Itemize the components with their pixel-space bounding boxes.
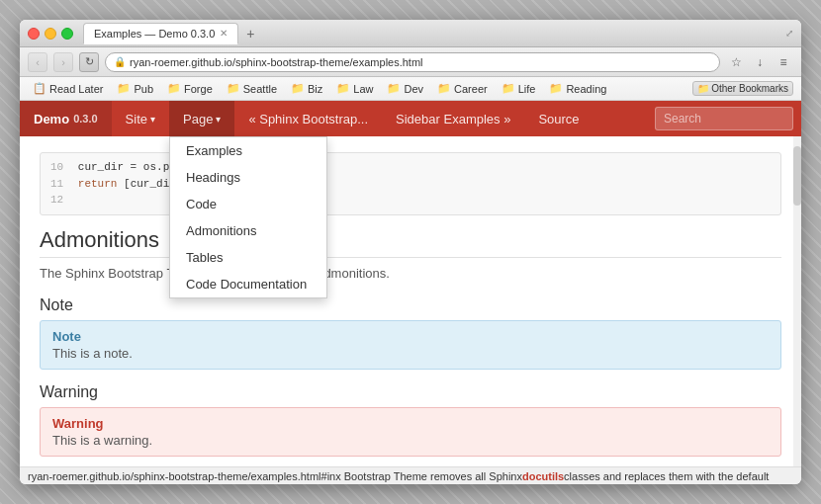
brand-name: Demo <box>34 112 69 126</box>
folder-icon: 📁 <box>336 82 350 95</box>
bookmark-label: Career <box>454 83 488 95</box>
folder-icon: 📁 <box>117 82 131 95</box>
bookmark-biz[interactable]: 📁 Biz <box>286 80 327 97</box>
bookmark-forge[interactable]: 📁 Forge <box>162 80 218 97</box>
status-text-after: classes and replaces them with the defau… <box>564 470 769 482</box>
bookmark-reading[interactable]: 📁 Reading <box>544 80 611 97</box>
note-admon-title: Note <box>52 329 769 344</box>
tab-title: Examples — Demo 0.3.0 <box>94 28 215 40</box>
dropdown-item-headings[interactable]: Headings <box>170 164 326 191</box>
page-content: Demo 0.3.0 Site ▾ Page ▾ <box>20 101 801 466</box>
active-tab[interactable]: Examples — Demo 0.3.0 ✕ <box>83 23 238 44</box>
folder-icon: 📁 <box>167 82 181 95</box>
dropdown-item-label: Code <box>186 197 217 211</box>
status-bar: ryan-roemer.github.io/sphinx-bootstrap-t… <box>20 466 801 484</box>
resize-icon: ⤢ <box>785 28 793 39</box>
bookmark-label: Dev <box>404 83 423 95</box>
reload-button[interactable]: ↻ <box>79 52 99 72</box>
folder-icon: 📁 <box>437 82 451 95</box>
other-bookmarks[interactable]: 📁 Other Bookmarks <box>692 81 793 96</box>
nav-icons: ☆ ↓ ≡ <box>726 52 793 72</box>
nav-bar: ‹ › ↻ 🔒 ryan-roemer.github.io/sphinx-boo… <box>20 47 801 77</box>
minimize-button[interactable] <box>45 28 56 40</box>
search-input[interactable] <box>655 107 793 130</box>
nav-item-site-label: Site <box>126 112 147 126</box>
nav-item-page-label: Page <box>183 112 213 126</box>
note-admonition: Note This is a note. <box>40 320 781 370</box>
site-brand: Demo 0.3.0 <box>20 101 112 136</box>
warning-admon-title: Warning <box>52 416 769 431</box>
note-admon-body: This is a note. <box>52 346 769 361</box>
title-bar: Examples — Demo 0.3.0 ✕ + ⤢ <box>20 20 801 47</box>
bookmark-read-later[interactable]: 📋 Read Later <box>28 80 108 97</box>
chevron-down-icon: ▾ <box>216 114 221 125</box>
bookmark-career[interactable]: 📁 Career <box>432 80 493 97</box>
dropdown-item-label: Code Documentation <box>186 277 307 292</box>
line-number: 10 <box>50 161 63 173</box>
site-navbar: Demo 0.3.0 Site ▾ Page ▾ <box>20 101 801 136</box>
bookmark-icon: 📋 <box>33 82 46 95</box>
dropdown-item-admonitions[interactable]: Admonitions <box>170 217 326 244</box>
dropdown-item-code[interactable]: Code <box>170 191 326 217</box>
bookmark-seattle[interactable]: 📁 Seattle <box>222 80 282 97</box>
scrollbar-thumb[interactable] <box>793 146 801 206</box>
dropdown-item-examples[interactable]: Examples <box>170 137 326 164</box>
traffic-lights <box>28 28 73 40</box>
bookmark-label: Life <box>518 83 536 95</box>
bookmark-label: Law <box>353 83 373 95</box>
admonitions-desc: The Sphinx Bootstrap Theme uses th for S… <box>40 266 781 281</box>
menu-icon[interactable]: ≡ <box>774 52 793 72</box>
nav-item-site[interactable]: Site ▾ <box>112 101 169 136</box>
nav-item-page[interactable]: Page ▾ Examples Headings Code <box>169 101 234 136</box>
address-bar[interactable]: 🔒 ryan-roemer.github.io/sphinx-bootstrap… <box>105 52 720 72</box>
reload-icon: ↻ <box>85 55 94 68</box>
back-button[interactable]: ‹ <box>28 52 47 72</box>
maximize-button[interactable] <box>61 28 73 40</box>
main-content: 10 cur_dir = os.path.abs 11 return [cur_… <box>20 136 801 466</box>
tab-close-icon[interactable]: ✕ <box>220 28 228 39</box>
status-url: ryan-roemer.github.io/sphinx-bootstrap-t… <box>28 470 327 482</box>
dropdown-item-label: Examples <box>186 143 242 158</box>
bookmark-label: Read Later <box>49 83 103 95</box>
bookmark-dev[interactable]: 📁 Dev <box>382 80 428 97</box>
back-icon: ‹ <box>36 56 40 68</box>
desktop: Examples — Demo 0.3.0 ✕ + ⤢ ‹ › ↻ 🔒 ryan… <box>0 0 821 504</box>
bookmark-label: Forge <box>184 83 213 95</box>
forward-icon: › <box>61 56 65 68</box>
nav-item-sidebar-label: Sidebar Examples » <box>396 112 510 126</box>
code-keyword: return <box>78 178 124 190</box>
bookmark-pub[interactable]: 📁 Pub <box>112 80 158 97</box>
nav-item-source-label: Source <box>538 112 579 126</box>
code-line-12: 12 <box>50 192 771 209</box>
browser-window: Examples — Demo 0.3.0 ✕ + ⤢ ‹ › ↻ 🔒 ryan… <box>20 20 801 484</box>
code-line-11: 11 return [cur_dir] <box>50 176 771 193</box>
dropdown-item-tables[interactable]: Tables <box>170 244 326 271</box>
forward-button[interactable]: › <box>53 52 73 72</box>
bookmark-label: Seattle <box>243 83 277 95</box>
bookmark-life[interactable]: 📁 Life <box>497 80 541 97</box>
folder-icon: 📁 <box>291 82 305 95</box>
line-number: 11 <box>50 178 63 190</box>
line-number: 12 <box>50 194 63 206</box>
admonitions-heading: Admonitions <box>40 227 781 258</box>
folder-icon: 📁 <box>697 83 709 94</box>
bookmark-star-icon[interactable]: ☆ <box>726 52 746 72</box>
download-icon[interactable]: ↓ <box>750 52 770 72</box>
close-button[interactable] <box>28 28 40 40</box>
nav-item-source[interactable]: Source <box>524 101 593 136</box>
folder-icon: 📁 <box>387 82 401 95</box>
bookmarks-bar: 📋 Read Later 📁 Pub 📁 Forge 📁 Seattle 📁 B… <box>20 77 801 101</box>
dropdown-item-code-doc[interactable]: Code Documentation <box>170 271 326 297</box>
bookmark-law[interactable]: 📁 Law <box>331 80 378 97</box>
folder-icon: 📁 <box>227 82 240 95</box>
nav-item-sphinx-label: « Sphinx Bootstrap... <box>248 112 368 126</box>
new-tab-button[interactable]: + <box>242 26 258 42</box>
warning-section-title: Warning <box>40 383 781 401</box>
nav-item-sidebar[interactable]: Sidebar Examples » <box>382 101 524 136</box>
lock-icon: 🔒 <box>114 56 126 67</box>
site-search <box>655 107 793 130</box>
brand-version: 0.3.0 <box>73 113 97 125</box>
status-text-before: inx Bootstrap Theme removes all Sphinx <box>327 470 522 482</box>
other-bookmarks-label: Other Bookmarks <box>711 83 788 94</box>
nav-item-sphinx[interactable]: « Sphinx Bootstrap... <box>234 101 382 136</box>
